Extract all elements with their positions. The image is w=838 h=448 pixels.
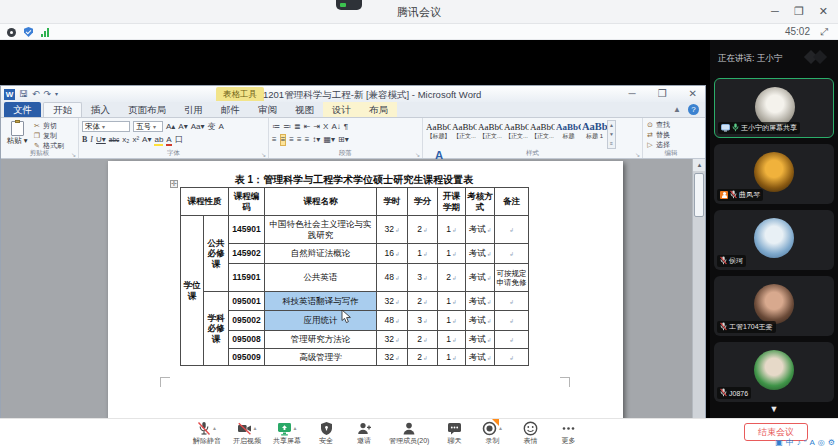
options-arrow-icon[interactable]: ▲ [293, 425, 298, 431]
共享屏幕-button[interactable]: ▲共享屏幕 [273, 421, 301, 446]
ime-mode-icon[interactable]: A [810, 438, 815, 448]
credits-cell[interactable]: 3 [408, 311, 438, 331]
undo-icon[interactable]: ↶ [32, 89, 40, 100]
font-tool-icon[interactable]: I [90, 134, 93, 146]
ime-search-icon[interactable]: ◎ [818, 438, 825, 448]
minimize-icon[interactable]: ─ [771, 4, 779, 18]
font-tool-icon[interactable]: x² [132, 134, 139, 146]
table-move-handle-icon[interactable]: ✛ [170, 180, 178, 188]
close-icon[interactable]: ✕ [819, 4, 828, 18]
redo-icon[interactable]: ↷ [44, 89, 52, 100]
paragraph-tool-icon[interactable]: ≡ [280, 134, 287, 146]
font-tool-icon[interactable]: U▾ [96, 134, 106, 146]
note-cell[interactable] [495, 349, 529, 366]
tab-开始[interactable]: 开始 [43, 102, 82, 117]
course-name-cell[interactable]: 公共英语 [265, 264, 377, 292]
exam-cell[interactable]: 考试 [466, 349, 495, 366]
paragraph-tool-icon[interactable]: ≡ [289, 134, 294, 146]
style-card[interactable]: AaBb标题 1 [582, 120, 607, 147]
exam-cell[interactable]: 考试 [466, 244, 495, 264]
style-card[interactable]: AaBbCc【正文... [530, 120, 555, 147]
note-cell[interactable] [495, 311, 529, 331]
paragraph-tool-icon[interactable]: ↕▾ [312, 134, 320, 146]
course-name-cell[interactable]: 应用统计 [265, 311, 377, 331]
paste-button[interactable]: 粘贴 ▾ [4, 120, 30, 146]
tab-设计[interactable]: 设计 [323, 102, 360, 117]
font-tool-icon[interactable]: x₂ [122, 134, 129, 146]
hours-cell[interactable]: 32 [377, 216, 408, 244]
style-card[interactable]: AaBbCc【正文... [504, 120, 529, 147]
course-name-cell[interactable]: 自然辩证法概论 [265, 244, 377, 264]
font-tool-icon[interactable]: 变 [208, 121, 216, 133]
participant-tile[interactable]: J0876 [714, 342, 834, 402]
style-card[interactable]: AaBbCc【正文... [452, 120, 477, 147]
scroll-up-icon[interactable]: ▲ [693, 159, 705, 171]
clipboard-copy-button[interactable]: ❐复制 [33, 131, 64, 141]
style-card[interactable]: AaBbCc【正文... [478, 120, 503, 147]
hours-cell[interactable]: 48 [377, 264, 408, 292]
paragraph-tool-icon[interactable]: ≡ [272, 134, 277, 146]
restore-icon[interactable]: ❐ [794, 4, 804, 18]
font-name-select[interactable]: 宋体 ▾ [82, 121, 130, 132]
hours-cell[interactable]: 32 [377, 349, 408, 366]
dialog-launcher-icon[interactable]: ↘ [71, 151, 76, 158]
note-cell[interactable] [495, 331, 529, 349]
paragraph-tool-icon[interactable]: ≡ [297, 134, 302, 146]
course-name-cell[interactable]: 管理研究方法论 [265, 331, 377, 349]
dialog-launcher-icon[interactable]: ↘ [415, 151, 420, 158]
note-cell[interactable] [495, 292, 529, 311]
hours-cell[interactable]: 48 [377, 311, 408, 331]
paragraph-tool-icon[interactable]: ≣ [294, 121, 301, 133]
editing-find-button[interactable]: ⊙查找 [646, 120, 696, 130]
hours-cell[interactable]: 32 [377, 331, 408, 349]
participant-tile[interactable]: 侯珂 [714, 210, 834, 270]
tab-布局[interactable]: 布局 [360, 102, 397, 117]
paragraph-tool-icon[interactable]: ⇤ [304, 121, 311, 133]
hours-cell[interactable]: 32 [377, 292, 408, 311]
credits-cell[interactable]: 2 [408, 292, 438, 311]
paragraph-tool-icon[interactable]: ≡ [305, 134, 310, 146]
options-arrow-icon[interactable]: ▲ [212, 425, 217, 431]
paragraph-tool-icon[interactable]: ¶ [344, 121, 348, 133]
note-cell[interactable]: 可按规定申请免修 [495, 264, 529, 292]
credits-cell[interactable]: 3 [408, 264, 438, 292]
course-code-cell[interactable]: 095008 [229, 331, 265, 349]
style-card[interactable]: AaBbC【标题】 [426, 120, 451, 147]
course-code-cell[interactable]: 095002 [229, 311, 265, 331]
ime-settings-icon[interactable]: ⚙ [828, 438, 835, 448]
style-card[interactable]: AaBbC标题 [556, 120, 581, 147]
term-cell[interactable]: 1 [438, 216, 466, 244]
editing-replace-button[interactable]: ⇄替换 [646, 130, 696, 140]
tab-插入[interactable]: 插入 [82, 102, 119, 117]
font-tool-icon[interactable]: B [82, 134, 87, 146]
term-cell[interactable]: 1 [438, 331, 466, 349]
font-tool-icon[interactable]: A [166, 134, 171, 146]
fullscreen-icon[interactable]: ⤢ [820, 27, 830, 37]
note-cell[interactable] [495, 244, 529, 264]
options-arrow-icon[interactable]: ▲ [253, 425, 258, 431]
term-cell[interactable]: 2 [438, 264, 466, 292]
邀请-button[interactable]: 邀请 [351, 421, 377, 446]
tab-页面布局[interactable]: 页面布局 [119, 102, 175, 117]
document-page[interactable]: 表 1：管理科学与工程学术学位硕士研究生课程设置表 ✛ 课程性质课程编码课程名称… [108, 161, 623, 437]
font-tool-icon[interactable]: A▴ [166, 121, 175, 133]
word-restore-icon[interactable]: ❐ [658, 88, 667, 100]
录制-button[interactable]: ▲录制 [479, 421, 505, 446]
paragraph-tool-icon[interactable]: X [323, 121, 328, 133]
安全-button[interactable]: 安全 [313, 421, 339, 446]
course-code-cell[interactable]: 095009 [229, 349, 265, 366]
credits-cell[interactable]: 1 [408, 244, 438, 264]
credits-cell[interactable]: 2 [408, 331, 438, 349]
styles-gallery-scroll[interactable]: ▲▼≡ [607, 120, 616, 149]
course-code-cell[interactable]: 115901 [229, 264, 265, 292]
course-name-cell[interactable]: 高级管理学 [265, 349, 377, 366]
tab-引用[interactable]: 引用 [175, 102, 212, 117]
qat-customize-icon[interactable]: ▾ [55, 89, 58, 100]
participant-tile[interactable]: 王小宁的屏幕共享 [714, 78, 834, 138]
更多-button[interactable]: 更多 [555, 421, 581, 446]
paragraph-tool-icon[interactable]: ≕ [283, 121, 291, 133]
scrollbar-thumb[interactable] [694, 173, 704, 217]
paragraph-tool-icon[interactable]: ⊞▾ [338, 134, 349, 146]
tab-邮件[interactable]: 邮件 [212, 102, 249, 117]
save-icon[interactable]: 🖫 [19, 89, 28, 100]
